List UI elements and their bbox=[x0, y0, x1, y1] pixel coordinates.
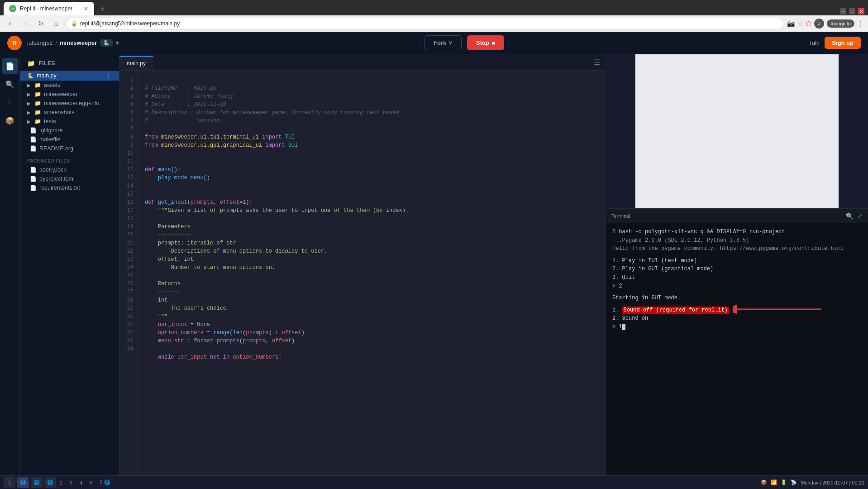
address-lock-icon: 🔒 bbox=[71, 21, 77, 27]
editor-tab-menu-icon[interactable]: ☰ bbox=[588, 54, 606, 70]
code-editor[interactable]: 12345 678910 1112131415 1617181920 21222… bbox=[119, 71, 606, 489]
terminal-expand-button[interactable]: ⤢ bbox=[857, 212, 863, 220]
nav-forward-button[interactable]: › bbox=[19, 17, 32, 30]
file-item-requirements[interactable]: 📄 requirements.txt bbox=[20, 183, 119, 192]
terminal-input-2: > 2 bbox=[612, 282, 862, 291]
taskbar-label-5[interactable]: 5 bbox=[90, 480, 92, 485]
menu-icon[interactable]: ⋮ bbox=[857, 19, 864, 28]
arrow-svg bbox=[733, 302, 823, 316]
fork-button-label: Fork bbox=[434, 39, 446, 46]
terminal-sound-options: 1. Sound off (required for repl.it) 2. S… bbox=[612, 306, 862, 323]
terminal-header: Terminal 🔍 ⤢ bbox=[606, 209, 868, 223]
terminal-menu-3: 3. Quit bbox=[612, 273, 862, 282]
folder-name-minesweeper: minesweeper bbox=[44, 91, 77, 97]
file-name-requirements: requirements.txt bbox=[39, 185, 80, 191]
sidebar-icon-packages[interactable]: 📦 bbox=[2, 112, 18, 129]
file-options-icon[interactable]: ⋮ bbox=[105, 72, 112, 79]
folder-chevron-icon: ▶ bbox=[27, 119, 32, 124]
extension-icon-1[interactable]: ⬡ bbox=[806, 20, 811, 27]
nav-reload-button[interactable]: ↻ bbox=[34, 17, 47, 30]
taskbar: 1 🌐 🌐 🌐 2 3 4 5 6 🌐 📦 📶 🔋 📡 Monday | 202… bbox=[0, 475, 868, 489]
taskbar-label-4[interactable]: 4 bbox=[80, 480, 82, 485]
taskbar-signal-icon: 📡 bbox=[791, 479, 797, 485]
packager-section-label: Packager files bbox=[20, 153, 119, 165]
file-name-poetrylock: poetry.lock bbox=[39, 167, 67, 173]
terminal-content[interactable]: $ bash -c polygott-x11-vnc q && DISPLAY=… bbox=[606, 223, 868, 489]
taskbar-item-1[interactable]: 1 bbox=[4, 477, 15, 488]
right-panel: Terminal 🔍 ⤢ $ bash -c polygott-x11-vnc … bbox=[606, 54, 868, 489]
browser-chrome: R Repl.it - minesweeper ✕ + ─ □ ✕ ‹ › ↻ … bbox=[0, 0, 868, 32]
red-arrow-annotation bbox=[733, 302, 823, 316]
address-bar[interactable]: 🔒 repl.it/@jatsang52/minesweeper#main.py bbox=[65, 18, 784, 29]
code-content[interactable]: # Filename : main.py # Author : Jeremy T… bbox=[138, 71, 606, 489]
taskbar-group-3: 3 bbox=[66, 480, 76, 485]
file-icon: 📄 bbox=[30, 176, 37, 182]
fork-button[interactable]: Fork ⑂ bbox=[424, 35, 462, 50]
maximize-button[interactable]: □ bbox=[849, 8, 855, 14]
stop-button[interactable]: Stop ■ bbox=[467, 35, 504, 50]
folder-name-tests: tests bbox=[44, 118, 56, 125]
line-numbers: 12345 678910 1112131415 1617181920 21222… bbox=[119, 71, 138, 489]
stop-button-label: Stop bbox=[476, 39, 489, 46]
folder-item-screenshots[interactable]: ▶ 📁 screenshots bbox=[20, 108, 119, 117]
nav-back-button[interactable]: ‹ bbox=[4, 17, 16, 30]
terminal-output-pygame2: Hello from the pygame community. https:/… bbox=[612, 244, 862, 253]
talk-button[interactable]: Talk bbox=[809, 39, 819, 46]
file-item-readme[interactable]: 📄 README.org bbox=[20, 144, 119, 153]
sidebar-icon-files[interactable]: 📄 bbox=[2, 58, 18, 74]
taskbar-item-chrome-3[interactable]: 🌐 bbox=[44, 477, 56, 488]
sidebar-icon-bar: 📄 🔍 ⑂ 📦 bbox=[0, 54, 20, 489]
taskbar-dropbox-icon: 📦 bbox=[761, 479, 767, 485]
file-item-poetrylock[interactable]: 📄 poetry.lock bbox=[20, 165, 119, 174]
editor-tab-mainpy[interactable]: main.py bbox=[119, 56, 153, 70]
taskbar-label-6[interactable]: 6 🌐 bbox=[100, 479, 110, 485]
folder-item-tests[interactable]: ▶ 📁 tests bbox=[20, 117, 119, 126]
folder-item-minesweeper[interactable]: ▶ 📁 minesweeper bbox=[20, 90, 119, 99]
project-name-label[interactable]: minesweeper bbox=[60, 39, 97, 46]
new-tab-button[interactable]: + bbox=[96, 3, 109, 15]
terminal-title-label: Terminal bbox=[611, 213, 842, 219]
file-item-pyprojecttoml[interactable]: 📄 pyproject.toml bbox=[20, 174, 119, 183]
tab-close-icon[interactable]: ✕ bbox=[83, 5, 89, 12]
terminal-output-pygame1: ...Pygame 2.0.0 (SDL 2.0.12, Python 3.8.… bbox=[612, 236, 862, 245]
taskbar-group-5: 5 bbox=[86, 480, 96, 485]
breadcrumb: jatsang52 / minesweeper 🐍 ▾ bbox=[27, 39, 119, 47]
active-tab[interactable]: R Repl.it - minesweeper ✕ bbox=[4, 2, 94, 15]
lang-icon: 🐍 bbox=[103, 40, 110, 46]
signup-button[interactable]: Sign up bbox=[825, 37, 861, 49]
folder-chevron-icon: ▶ bbox=[27, 110, 32, 115]
folder-name-screenshots: screenshots bbox=[44, 109, 74, 115]
file-icon: 📄 bbox=[30, 145, 37, 152]
sidebar-icon-git[interactable]: ⑂ bbox=[2, 94, 18, 110]
editor-tabs-bar: main.py ☰ bbox=[119, 54, 606, 71]
file-item-makefile[interactable]: 📄 makefile bbox=[20, 135, 119, 144]
taskbar-item-chrome-2[interactable]: 🌐 bbox=[31, 477, 43, 488]
folder-icon: 📁 bbox=[34, 100, 41, 106]
minimize-button[interactable]: ─ bbox=[840, 8, 846, 14]
nav-home-button[interactable]: ⌂ bbox=[50, 17, 62, 30]
terminal-prompt-input[interactable]: > 1_ bbox=[612, 323, 862, 331]
lang-badge: 🐍 bbox=[100, 39, 113, 47]
username-label[interactable]: jatsang52 bbox=[27, 39, 52, 46]
file-name-pyprojecttoml: pyproject.toml bbox=[39, 176, 75, 182]
file-item-mainpy[interactable]: 🐍 main.py ⋮ bbox=[20, 71, 119, 81]
taskbar-label-2[interactable]: 2 bbox=[60, 480, 62, 485]
replit-logo[interactable]: R bbox=[7, 36, 22, 50]
file-item-gitignore[interactable]: 📄 .gitignore bbox=[20, 126, 119, 135]
terminal-search-button[interactable]: 🔍 bbox=[846, 212, 854, 220]
folder-item-egginfo[interactable]: ▶ 📁 minesweeper.egg-info bbox=[20, 99, 119, 108]
folder-item-assets[interactable]: ▶ 📁 assets bbox=[20, 81, 119, 90]
terminal-sound-option-2: 2. Sound on bbox=[612, 314, 729, 323]
taskbar-label-3[interactable]: 3 bbox=[70, 480, 72, 485]
terminal-sound-option-1: 1. Sound off (required for repl.it) bbox=[612, 306, 729, 315]
header-center-actions: Fork ⑂ Stop ■ bbox=[124, 35, 803, 50]
camera-blocked-icon: 📷 bbox=[787, 20, 795, 27]
preview-area bbox=[606, 54, 868, 208]
taskbar-group-2: 2 bbox=[56, 480, 66, 485]
bookmark-icon[interactable]: ☆ bbox=[797, 20, 803, 27]
sidebar-icon-search[interactable]: 🔍 bbox=[2, 76, 18, 92]
extension-icon-2[interactable]: J bbox=[814, 19, 824, 29]
taskbar-item-chrome-1[interactable]: 🌐 bbox=[17, 477, 29, 488]
dropdown-chevron-icon[interactable]: ▾ bbox=[116, 39, 119, 46]
close-button[interactable]: ✕ bbox=[858, 8, 864, 14]
